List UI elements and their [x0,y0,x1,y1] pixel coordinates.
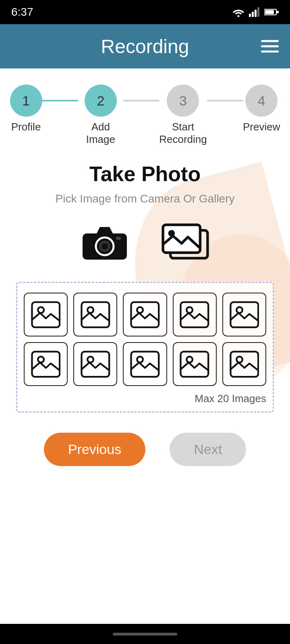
svg-rect-4 [257,7,259,17]
image-slot-3[interactable] [123,293,167,336]
image-slot-5[interactable] [222,293,266,336]
svg-rect-12 [116,237,121,240]
step-4-label: Preview [243,121,280,133]
image-slot-9[interactable] [173,342,217,386]
svg-rect-7 [277,11,279,13]
step-connector-1 [42,100,78,101]
svg-rect-32 [181,352,209,377]
take-photo-title: Take Photo [16,162,274,186]
image-grid-container: Max 20 Images [16,282,274,413]
signal-icon [249,7,260,17]
svg-point-33 [187,357,193,363]
svg-point-11 [102,243,108,250]
svg-rect-28 [81,352,109,377]
svg-rect-34 [230,352,258,377]
svg-rect-22 [181,302,209,327]
status-bar: 6:37 [0,0,290,24]
hamburger-line-2 [261,45,279,47]
step-connector-2 [123,100,159,101]
main-content: Take Photo Pick Image from Camera Or Gal… [0,154,290,478]
step-3-circle: 3 [167,85,199,117]
svg-point-23 [187,307,193,313]
header-title: Recording [101,35,189,58]
svg-point-17 [38,307,44,313]
status-time: 6:37 [11,6,33,19]
svg-rect-30 [131,352,159,377]
image-slot-4[interactable] [173,293,217,336]
image-source-row [16,221,274,262]
svg-rect-2 [252,12,254,17]
hamburger-line-1 [261,40,279,42]
max-images-text: Max 20 Images [24,392,266,405]
next-button[interactable]: Next [170,433,246,466]
step-3: 3 Start Recording [159,85,207,146]
stepper: 1 Profile 2 Add Image 3 Start Recording … [0,68,290,154]
gallery-button[interactable] [161,221,209,262]
svg-point-31 [137,357,143,363]
image-grid [24,293,266,386]
step-2-number: 2 [97,93,104,109]
svg-rect-16 [32,302,60,327]
svg-point-19 [87,307,93,313]
take-photo-subtitle: Pick Image from Camera Or Gallery [16,192,274,205]
image-slot-8[interactable] [123,342,167,386]
svg-point-29 [87,357,93,363]
step-3-label: Start Recording [159,121,207,146]
svg-rect-26 [32,352,60,377]
step-4-circle: 4 [245,85,278,117]
step-4: 4 Preview [243,85,280,133]
image-slot-7[interactable] [73,342,117,386]
svg-rect-24 [230,302,258,327]
step-3-number: 3 [179,93,187,109]
svg-rect-20 [131,302,159,327]
camera-icon [81,221,129,262]
step-connector-3 [207,100,243,101]
navigation-buttons: Previous Next [16,433,274,466]
step-wrapper: 1 Profile 2 Add Image 3 Start Recording … [10,85,280,146]
hamburger-button[interactable] [261,40,279,53]
image-slot-1[interactable] [24,293,68,336]
gallery-icon [161,221,209,262]
svg-point-35 [236,357,242,363]
svg-point-21 [137,307,143,313]
camera-button[interactable] [81,221,129,262]
battery-icon [264,8,279,16]
home-indicator [113,633,177,636]
step-4-number: 4 [258,93,265,109]
status-icons [232,7,279,17]
app-header: Recording [0,24,290,68]
bottom-bar [0,624,290,644]
hamburger-line-3 [261,51,279,53]
step-1-circle: 1 [10,85,42,117]
step-1-number: 1 [22,93,30,109]
svg-point-25 [236,307,242,313]
svg-point-0 [238,15,240,17]
svg-rect-3 [255,10,257,17]
previous-button[interactable]: Previous [44,433,145,466]
svg-point-27 [38,357,44,363]
svg-rect-1 [249,14,251,17]
svg-rect-6 [265,10,274,14]
step-1-label: Profile [11,121,41,133]
image-slot-2[interactable] [73,293,117,336]
step-2: 2 Add Image [78,85,123,146]
step-2-label: Add Image [78,121,123,146]
step-2-circle: 2 [85,85,117,117]
svg-rect-18 [81,302,109,327]
step-1: 1 Profile [10,85,42,133]
wifi-icon [232,7,245,17]
image-slot-6[interactable] [24,342,68,386]
image-slot-10[interactable] [222,342,266,386]
